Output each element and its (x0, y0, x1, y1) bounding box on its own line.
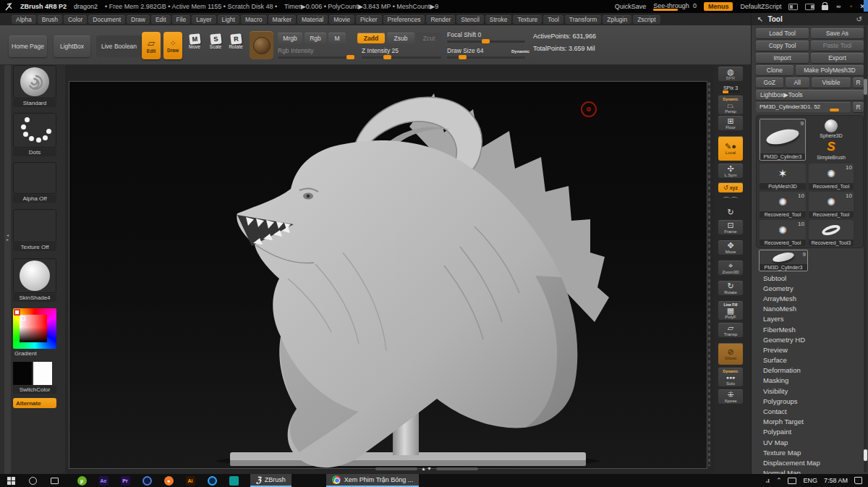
move-mode-button[interactable]: M Move (185, 34, 204, 62)
scroll-bar-left[interactable] (375, 467, 417, 470)
goz-r-button[interactable]: R (853, 77, 864, 88)
tray-collapse-arrows-icon[interactable]: ◂▸ (4, 233, 11, 242)
texture-selector[interactable]: Texture Off (13, 209, 56, 251)
section-geometry[interactable]: Geometry (756, 283, 864, 293)
section-morph-target[interactable]: Morph Target (756, 417, 864, 427)
tool-slot-recovered4[interactable]: 10 ✺ Recovered_Tool (760, 220, 806, 246)
canvas-vertical-scrollbar[interactable] (708, 82, 710, 466)
palette-layout-icon[interactable] (805, 4, 814, 10)
scale-mode-button[interactable]: S Scale (206, 34, 225, 62)
menu-brush[interactable]: Brush (38, 15, 62, 24)
bpr-render-button[interactable]: ◍BPR (718, 67, 743, 81)
primary-color-swatch[interactable] (13, 362, 32, 385)
rotate-mode-button[interactable]: R Rotate (226, 34, 245, 62)
tool-slot-recovered2[interactable]: 10 ✺ Recovered_Tool (760, 192, 806, 218)
color-picker[interactable]: Gradient (13, 308, 56, 357)
all-button[interactable]: All (786, 77, 809, 88)
z-intensity-slider[interactable]: Z Intensity 25 (362, 47, 441, 59)
switch-color-control[interactable]: SwitchColor (13, 362, 56, 394)
section-masking[interactable]: Masking (756, 376, 864, 386)
mrgb-button[interactable]: Mrgb (278, 33, 302, 43)
menu-stroke[interactable]: Stroke (485, 15, 512, 24)
blender-icon[interactable]: ● (158, 474, 179, 487)
menu-layer[interactable]: Layer (192, 15, 216, 24)
see-through-slider[interactable]: See-through 0 (653, 2, 697, 11)
left-tray-divider[interactable]: ◂▸ (4, 65, 11, 474)
home-page-button[interactable]: Home Page (9, 35, 47, 57)
menu-marker[interactable]: Marker (268, 15, 296, 24)
section-deformation[interactable]: Deformation (756, 365, 864, 376)
zcut-button[interactable]: Zcut (417, 33, 441, 43)
xpose-button[interactable]: ⁜Xpose (718, 389, 743, 404)
menu-draw[interactable]: Draw (127, 15, 150, 24)
clock[interactable]: 7:58 AM (824, 477, 848, 484)
tool-slot-simplebrush[interactable]: S SimpleBrush (809, 140, 854, 161)
save-as-button[interactable]: Save As (811, 28, 864, 38)
menu-file[interactable]: File (172, 15, 191, 24)
menu-edit[interactable]: Edit (151, 15, 171, 24)
brush-selector[interactable]: Standard (13, 65, 56, 107)
menus-button[interactable]: Menus (704, 2, 733, 11)
rgb-button[interactable]: Rgb (305, 33, 326, 43)
spotlight-icon[interactable]: ⌒⌒ (718, 195, 743, 206)
tool-slot-current[interactable]: 9 PM3D_Cylinder3 (760, 119, 806, 161)
clone-button[interactable]: Clone (756, 65, 793, 75)
polyframe-button[interactable]: Line Fill▦PolyF (718, 301, 743, 320)
lightbox-button[interactable]: LightBox (54, 35, 90, 57)
goz-button[interactable]: GoZ (756, 77, 783, 88)
edit-mode-button[interactable]: ▱ Edit (142, 32, 161, 59)
refresh-circle-icon[interactable]: ↺ (856, 15, 862, 23)
material-selector[interactable]: SkinShade4 (13, 258, 56, 302)
section-fibermesh[interactable]: FiberMesh (756, 324, 864, 334)
tray-layout-icon[interactable] (788, 4, 798, 10)
tool-slot-recovered5[interactable]: Recovered_Tool3 (809, 220, 854, 246)
menu-transform[interactable]: Transform (565, 15, 601, 24)
cortana-icon[interactable] (22, 474, 43, 487)
menu-alpha[interactable]: Alpha (12, 15, 36, 24)
active-tool-slider[interactable]: PM3D_Cylinder3D1. 52 (756, 102, 851, 112)
premiere-icon[interactable]: Pr (114, 474, 136, 487)
menu-texture[interactable]: Texture (513, 15, 542, 24)
canvas-scroll-control[interactable]: ▲▼ (351, 465, 503, 472)
rotate-canvas-button[interactable]: ↻Rotate (718, 281, 743, 295)
zoom3d-button[interactable]: ⌖Zoom3D (718, 261, 743, 275)
menu-zplugin[interactable]: Zplugin (603, 15, 631, 24)
quicksave-button[interactable]: QuickSave (615, 3, 647, 10)
stroke-selector[interactable]: Dots (13, 113, 56, 156)
menu-light[interactable]: Light (218, 15, 239, 24)
live-boolean-button[interactable]: Live Boolean (96, 35, 142, 57)
visible-button[interactable]: Visible (812, 77, 851, 88)
local-button[interactable]: ✎●Local (718, 136, 743, 161)
floor-button[interactable]: ⊞Floor (718, 116, 743, 130)
lightbox-tools-button[interactable]: Lightbox▶Tools (756, 90, 864, 100)
scroll-arrows-icon[interactable]: ▲▼ (421, 466, 433, 471)
maya-icon[interactable] (223, 474, 244, 487)
tool-slot-polymesh3d[interactable]: ✶ PolyMesh3D (760, 164, 806, 190)
menu-render[interactable]: Render (426, 15, 455, 24)
tool-slot-sphere3d[interactable]: Sphere3D (809, 119, 854, 139)
utorrent-icon[interactable]: µ (71, 474, 93, 487)
section-visibility[interactable]: Visibility (756, 386, 864, 396)
after-effects-icon[interactable]: Ae (93, 474, 114, 487)
divider-bar-icon[interactable]: ≂ (835, 3, 841, 10)
xyz-button[interactable]: ↺xyz (718, 182, 743, 192)
lsym-button[interactable]: ✣L.Sym (718, 164, 743, 178)
draw-mode-button[interactable]: ⁘ Draw (163, 32, 182, 59)
menu-document[interactable]: Document (88, 15, 125, 24)
chrome-taskbar-button[interactable]: Xem Phim Trận Bóng ... (326, 474, 420, 487)
alpha-selector[interactable]: Alpha Off (13, 162, 56, 203)
tool-slot-cylinder2[interactable]: 9 PM3D_Cylinder3 (759, 250, 808, 271)
photoshop-icon[interactable] (201, 474, 223, 487)
menu-movie[interactable]: Movie (329, 15, 354, 24)
perspective-button[interactable]: Dynamic⏢Persp (718, 96, 743, 114)
rgb-intensity-slider[interactable]: Rgb Intensity (278, 47, 354, 59)
rotate-circle-icon[interactable]: ↻ (718, 207, 743, 217)
show-hidden-icons-chevron[interactable]: ⌃ (776, 477, 782, 484)
section-polygroups[interactable]: Polygroups (756, 396, 864, 406)
current-material-thumbnail[interactable] (250, 31, 273, 59)
menu-macro[interactable]: Macro (241, 15, 267, 24)
frame-button[interactable]: ⊡Frame (718, 220, 743, 234)
menu-stencil[interactable]: Stencil (456, 15, 484, 24)
paste-tool-button[interactable]: Paste Tool (811, 41, 864, 51)
zsub-button[interactable]: Zsub (387, 33, 414, 43)
